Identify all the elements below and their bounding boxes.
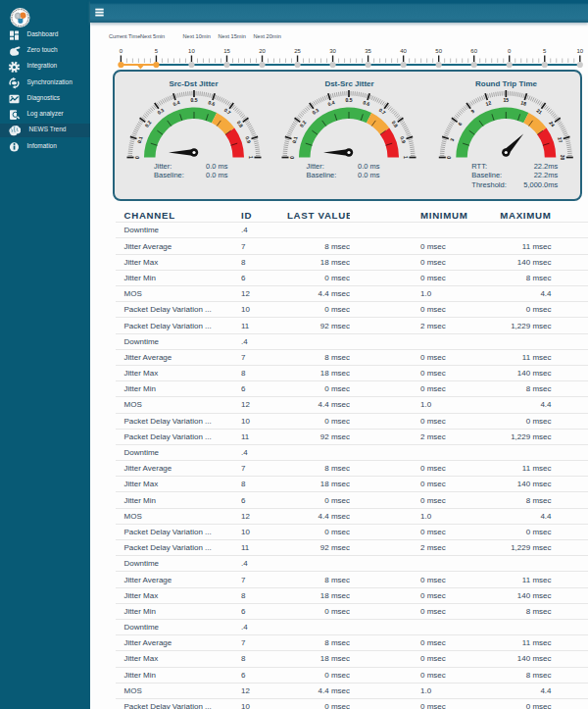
svg-text:0.6: 0.6 bbox=[363, 99, 371, 107]
svg-text:35: 35 bbox=[365, 48, 371, 54]
svg-text:0.2: 0.2 bbox=[298, 120, 307, 128]
svg-text:0.9: 0.9 bbox=[244, 135, 252, 144]
svg-text:0.7: 0.7 bbox=[223, 107, 232, 116]
svg-text:1: 1 bbox=[403, 156, 409, 159]
svg-text:50: 50 bbox=[435, 48, 442, 54]
svg-text:0: 0 bbox=[120, 48, 123, 54]
svg-text:60: 60 bbox=[470, 48, 477, 54]
svg-text:0.2: 0.2 bbox=[143, 120, 152, 128]
svg-text:5: 5 bbox=[155, 48, 159, 54]
svg-text:0.6: 0.6 bbox=[208, 99, 217, 107]
svg-text:0.1: 0.1 bbox=[291, 135, 299, 144]
svg-text:0.5: 0.5 bbox=[191, 97, 198, 103]
svg-text:0: 0 bbox=[508, 48, 512, 54]
svg-text:0.4: 0.4 bbox=[172, 99, 181, 107]
svg-text:0.5: 0.5 bbox=[346, 97, 353, 103]
svg-text:30: 30 bbox=[560, 155, 565, 161]
svg-text:9: 9 bbox=[469, 108, 475, 115]
svg-text:20: 20 bbox=[259, 48, 266, 54]
svg-text:40: 40 bbox=[400, 48, 407, 54]
svg-text:10: 10 bbox=[188, 48, 195, 54]
svg-text:1: 1 bbox=[248, 156, 254, 159]
svg-text:0.9: 0.9 bbox=[399, 135, 407, 144]
svg-text:0.7: 0.7 bbox=[378, 107, 387, 116]
svg-text:15: 15 bbox=[504, 97, 510, 103]
svg-text:18: 18 bbox=[520, 99, 527, 106]
svg-text:0: 0 bbox=[446, 156, 452, 159]
svg-text:27: 27 bbox=[557, 136, 564, 143]
svg-text:6: 6 bbox=[457, 121, 464, 127]
svg-text:0.4: 0.4 bbox=[327, 99, 336, 107]
svg-text:12: 12 bbox=[485, 99, 492, 106]
svg-text:3: 3 bbox=[449, 137, 456, 142]
svg-text:30: 30 bbox=[329, 48, 336, 54]
svg-text:0.1: 0.1 bbox=[136, 135, 144, 144]
svg-text:0: 0 bbox=[289, 156, 295, 159]
svg-text:0: 0 bbox=[134, 156, 140, 159]
svg-text:10: 10 bbox=[576, 48, 583, 54]
svg-text:25: 25 bbox=[294, 48, 301, 54]
svg-text:5: 5 bbox=[543, 48, 547, 54]
svg-text:15: 15 bbox=[223, 48, 230, 54]
